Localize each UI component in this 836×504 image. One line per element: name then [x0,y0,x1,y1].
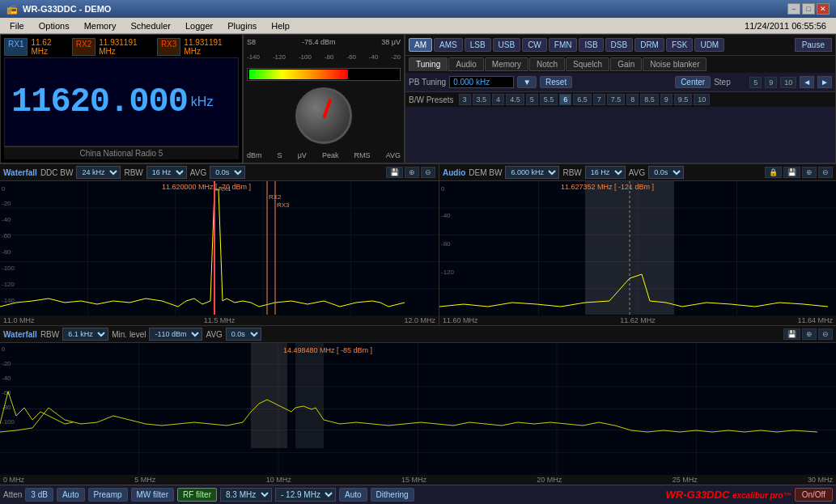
dithering-btn[interactable]: Dithering [371,488,414,502]
rf-filter-select-2[interactable]: - 12.9 MHz [275,488,336,502]
smeter-knob[interactable] [295,87,352,144]
step-5[interactable]: 5 [749,77,762,88]
mode-usb[interactable]: USB [493,38,521,52]
bw-65[interactable]: 6.5 [573,94,592,105]
bw-9[interactable]: 9 [660,94,673,105]
mode-lsb[interactable]: LSB [465,38,491,52]
onoff-button[interactable]: On/Off [795,488,833,502]
mode-fmn[interactable]: FMN [549,38,578,52]
bw-5[interactable]: 5 [526,94,538,105]
auto-btn-1[interactable]: Auto [57,488,85,502]
avg-select-bot[interactable]: 0.0s [226,328,261,341]
mode-am[interactable]: AM [409,38,432,52]
mode-cw[interactable]: CW [522,38,547,52]
menu-scheduler[interactable]: Scheduler [124,19,177,32]
bot-wf-zoom-in[interactable]: ⊕ [802,328,817,340]
nav-prev[interactable]: ◄ [800,76,814,88]
tab-memory[interactable]: Memory [485,57,528,71]
tab-gain[interactable]: Gain [610,57,642,71]
pb-tuning-input[interactable] [449,76,514,88]
uv-btn[interactable]: μV [298,151,307,159]
mode-isb[interactable]: ISB [579,38,603,52]
pause-button[interactable]: Pause [795,38,832,52]
step-9[interactable]: 9 [765,77,777,88]
audio-lock[interactable]: 🔒 [765,167,782,178]
step-10[interactable]: 10 [780,77,796,88]
avg-mode-btn[interactable]: AVG [386,151,401,159]
rbw-label-audio: RBW [562,168,581,177]
freq-display[interactable]: 11620.000 kHz [4,57,239,146]
maximize-button[interactable]: □ [802,3,815,15]
bw-4[interactable]: 4 [492,94,504,105]
menu-memory[interactable]: Memory [78,19,123,32]
bw-10[interactable]: 10 [694,94,710,105]
dropdown-btn[interactable]: ▼ [517,76,537,88]
rms-btn[interactable]: RMS [354,151,371,159]
dem-bw-select[interactable]: 6.000 kHz [505,166,559,179]
bw-3[interactable]: 3 [459,94,471,105]
mode-drm[interactable]: DRM [634,38,664,52]
ddc-freq-1: 11.5 MHz [204,316,236,324]
rbw-select-audio[interactable]: 16 Hz [585,166,626,179]
rx-display: RX1 11.62 MHz RX2 11.931191 MHz RX3 11.9… [0,34,243,163]
auto-btn-2[interactable]: Auto [339,488,367,502]
s-btn[interactable]: S [278,151,282,159]
bw-7[interactable]: 7 [593,94,605,105]
menu-help[interactable]: Help [265,19,296,32]
audio-zoom-in[interactable]: ⊕ [802,167,817,178]
audio-save[interactable]: 💾 [783,167,800,178]
bw-55[interactable]: 5.5 [540,94,558,105]
waterfall-ddc-spectrum[interactable]: 0 -20 -40 -60 -80 -100 -120 -140 [0,181,439,316]
bw-6[interactable]: 6 [559,94,571,105]
preamp-btn[interactable]: Preamp [88,488,128,502]
center-button[interactable]: Center [675,76,711,88]
bottom-waterfall-spectrum[interactable]: 0 -20 -40 -60 -80 -100 14.498480 MHz [ -… [0,343,836,475]
mode-ams[interactable]: AMS [434,38,463,52]
menu-logger[interactable]: Logger [179,19,219,32]
ddc-bw-select[interactable]: 24 kHz [76,166,121,179]
step-label: Step [714,78,746,87]
tab-squelch[interactable]: Squelch [566,57,609,71]
rf-filter-select-1[interactable]: 8.3 MHz [220,488,272,502]
menu-plugins[interactable]: Plugins [221,19,263,32]
wf-ddc-zoom-in[interactable]: ⊕ [405,167,419,178]
mode-fsk[interactable]: FSK [666,38,693,52]
reset-button[interactable]: Reset [540,76,572,88]
audio-zoom-out[interactable]: ⊖ [818,167,833,178]
tab-tuning[interactable]: Tuning [409,57,448,71]
bw-45[interactable]: 4.5 [506,94,524,105]
mode-udm[interactable]: UDM [694,38,724,52]
bw-35[interactable]: 3.5 [473,94,491,105]
minimize-button[interactable]: − [787,3,800,15]
peak-btn[interactable]: Peak [322,151,339,159]
tab-audio[interactable]: Audio [448,57,484,71]
rf-filter-btn[interactable]: RF filter [177,488,217,502]
wf-ddc-zoom-out[interactable]: ⊖ [421,167,435,178]
atten-value-btn[interactable]: 3 dB [25,488,53,502]
rx1-freq-small: 11.62 MHz [31,38,68,56]
bot-wf-save[interactable]: 💾 [783,328,800,340]
dbm-btn[interactable]: dBm [247,151,262,159]
bw-8[interactable]: 8 [626,94,639,105]
bw-95[interactable]: 9.5 [674,94,693,105]
bot-wf-zoom-out[interactable]: ⊖ [818,328,833,340]
close-button[interactable]: ✕ [817,3,830,15]
svg-text:0: 0 [2,345,6,353]
tab-noise-blanker[interactable]: Noise blanker [643,57,707,71]
audio-spectrum[interactable]: 0 -40 -80 -120 11.627352 MHz [ -121 dBm … [439,181,836,316]
bw-75[interactable]: 7.5 [607,94,626,105]
avg-select-audio[interactable]: 0.0s [648,166,684,179]
mode-dsb[interactable]: DSB [605,38,634,52]
menu-file[interactable]: File [3,19,31,32]
menu-options[interactable]: Options [32,19,76,32]
tab-notch[interactable]: Notch [529,57,565,71]
audio-panel-header: Audio DEM BW 6.000 kHz RBW 16 Hz AVG 0.0… [439,164,836,181]
nav-next[interactable]: ► [817,76,832,88]
rbw-select-bot[interactable]: 6.1 kHz [62,328,108,341]
rbw-select-ddc[interactable]: 16 Hz [146,166,187,179]
min-level-select[interactable]: -110 dBm [149,328,202,341]
wf-ddc-save[interactable]: 💾 [386,167,403,178]
avg-select-ddc[interactable]: 0.0s [210,166,245,179]
mw-filter-btn[interactable]: MW filter [131,488,174,502]
bw-85[interactable]: 8.5 [640,94,659,105]
